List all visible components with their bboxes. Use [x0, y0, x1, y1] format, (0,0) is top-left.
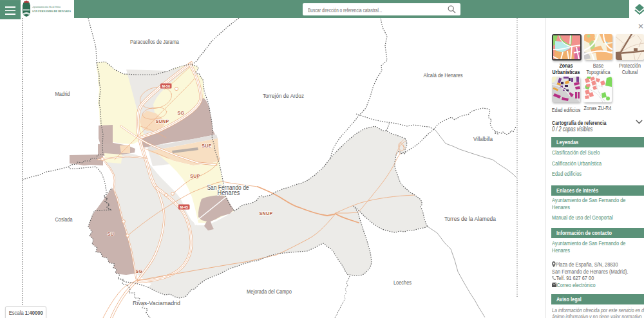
svg-text:Rivas-Vaciamadrid: Rivas-Vaciamadrid: [133, 301, 180, 306]
svg-text:Loeches: Loeches: [393, 280, 412, 286]
svg-text:SG: SG: [136, 269, 143, 274]
svg-text:SUP: SUP: [190, 174, 200, 178]
svg-text:M-50: M-50: [162, 84, 170, 88]
svg-text:Torres de la Alameda: Torres de la Alameda: [444, 216, 496, 222]
svg-text:M-45: M-45: [180, 205, 188, 209]
svg-text:Henares: Henares: [218, 189, 240, 196]
svg-text:Villalbilla: Villalbilla: [473, 136, 493, 142]
svg-text:SG: SG: [178, 111, 185, 115]
svg-text:SUE: SUE: [202, 144, 212, 148]
svg-text:Alcalá de Henares: Alcalá de Henares: [424, 73, 463, 79]
svg-text:Madrid: Madrid: [55, 91, 70, 97]
svg-text:Mejorada del Campo: Mejorada del Campo: [247, 289, 292, 295]
svg-text:Torrejón de Ardoz: Torrejón de Ardoz: [263, 93, 304, 99]
svg-text:Paracuellos de Jarama: Paracuellos de Jarama: [130, 39, 179, 45]
svg-text:Ayuntamiento Real Sitio: Ayuntamiento Real Sitio: [32, 5, 61, 8]
svg-text:SUNP: SUNP: [155, 119, 169, 124]
svg-text:SU: SU: [108, 232, 115, 236]
svg-text:SNUP: SNUP: [259, 211, 272, 216]
svg-text:Coslada: Coslada: [55, 217, 73, 223]
svg-text:SAN FERNANDO DE HENARES: SAN FERNANDO DE HENARES: [32, 10, 71, 13]
